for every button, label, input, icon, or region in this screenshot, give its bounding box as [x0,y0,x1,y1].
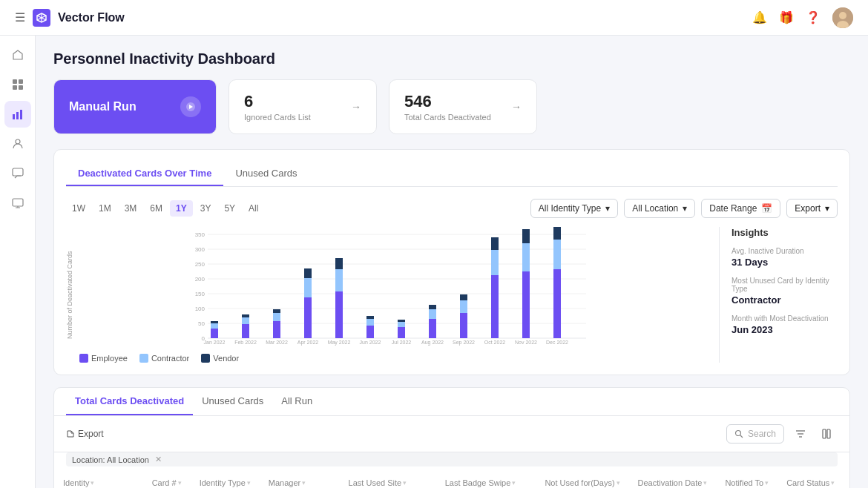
manual-run-card: Manual Run [53,79,217,134]
avatar[interactable] [832,7,853,28]
filter-icon-identity[interactable]: ▾ [91,479,94,487]
svg-text:100: 100 [195,306,206,312]
th-site: Last Used Site ▾ [340,472,436,488]
svg-text:Jan 2022: Jan 2022 [204,340,226,345]
bar-jan-employee [211,329,218,338]
table-tabs: Total Cards Deactivated Unused Cards All… [54,388,849,416]
svg-rect-84 [823,429,826,438]
ignored-arrow-icon: → [351,101,361,113]
help-icon[interactable]: ❓ [806,10,821,24]
topbar-right: 🔔 🎁 ❓ [752,7,853,28]
menu-icon[interactable]: ☰ [15,10,25,24]
chart-insights-row: Number of Deactivated Cards [66,227,838,363]
export-button[interactable]: Export ▾ [786,199,838,218]
time-3y[interactable]: 3Y [194,200,217,217]
legend-vendor: Vendor [201,354,239,363]
bar-chart: 350 300 250 200 150 100 50 0 [79,227,707,346]
svg-rect-59 [429,319,436,338]
svg-text:Apr 2022: Apr 2022 [297,340,319,346]
bell-icon[interactable]: 🔔 [752,10,767,24]
sidebar-item-person[interactable] [4,131,31,157]
data-table: Identity ▾ Card # ▾ Identity Type ▾ Mana… [54,472,849,488]
month-value: Jun 2023 [731,324,838,335]
svg-rect-7 [13,79,17,84]
time-1m[interactable]: 1M [93,200,117,217]
sidebar-item-monitor[interactable] [4,190,31,217]
svg-rect-65 [460,294,467,300]
app-title: Vector Flow [58,11,125,24]
chart-filter-row: 1W 1M 3M 6M 1Y 3Y 5Y All All Identity Ty… [66,199,838,218]
svg-text:150: 150 [195,291,206,297]
filter-icon-idtype[interactable]: ▾ [247,479,251,487]
th-manager: Manager ▾ [260,472,340,488]
manual-run-button[interactable] [180,96,201,117]
svg-rect-11 [13,114,15,119]
svg-rect-40 [273,313,280,321]
avg-label: Avg. Inactive Duration [731,247,838,255]
tab-deactivated-over-time[interactable]: Deactivated Cards Over Time [66,162,223,186]
legend-dot-contractor [139,354,148,363]
time-all[interactable]: All [243,200,264,217]
filter-icon-notused[interactable]: ▾ [617,479,620,487]
columns-icon-btn[interactable] [817,423,838,444]
unused-value: Contractor [731,294,838,306]
table-tab-total[interactable]: Total Cards Deactivated [66,388,193,415]
svg-rect-76 [553,240,561,269]
date-range-filter[interactable]: Date Range 📅 [701,199,780,218]
search-box[interactable]: Search [726,424,784,444]
time-5y[interactable]: 5Y [218,200,241,217]
table-header-row: Identity ▾ Card # ▾ Identity Type ▾ Mana… [54,472,849,488]
sidebar [0,36,36,488]
time-1y[interactable]: 1Y [170,200,193,217]
svg-rect-16 [13,199,23,206]
sidebar-item-chat[interactable] [4,160,31,187]
svg-rect-36 [242,317,249,324]
most-unused-insight: Most Unused Card by Identity Type Contra… [731,277,838,306]
identity-type-label: All Identity Type [539,203,602,214]
filter-icon-notified[interactable]: ▾ [765,479,769,487]
identity-type-filter[interactable]: All Identity Type ▾ [530,199,619,218]
filter-icon-manager[interactable]: ▾ [302,479,306,487]
filter-tag-close[interactable]: ✕ [155,455,162,464]
chart-legend: Employee Contractor Vendor [79,354,707,363]
chart-tabs: Deactivated Cards Over Time Unused Cards [66,162,838,187]
tab-unused-cards[interactable]: Unused Cards [223,162,309,186]
svg-text:Sep 2022: Sep 2022 [453,340,475,346]
total-number: 546 [404,92,491,111]
time-6m[interactable]: 6M [144,200,168,217]
filter-icon-status[interactable]: ▾ [831,479,835,487]
filter-icon-site[interactable]: ▾ [403,479,407,487]
filter-icon-deactdate[interactable]: ▾ [703,479,707,487]
stats-row: Manual Run 6 Ignored Cards List → 546 [53,79,850,134]
table-export-button[interactable]: Export [66,429,104,439]
svg-rect-63 [460,313,467,338]
filter-icon-btn[interactable] [790,423,811,444]
svg-rect-47 [335,291,343,338]
insights-title: Insights [731,227,838,238]
total-count-content: 546 Total Cards Deactivated [404,92,491,122]
svg-rect-68 [491,250,499,275]
svg-rect-75 [553,269,561,338]
time-1w[interactable]: 1W [66,200,91,217]
gift-icon[interactable]: 🎁 [779,10,794,24]
table-tab-allrun[interactable]: All Run [272,388,321,415]
time-3m[interactable]: 3M [119,200,143,217]
chart-section: Deactivated Cards Over Time Unused Cards… [53,149,850,375]
sidebar-item-home[interactable] [4,42,31,68]
svg-text:350: 350 [195,231,206,238]
avg-value: 31 Days [731,257,838,268]
chevron-down-icon-2: ▾ [683,203,687,214]
manual-run-label: Manual Run [69,100,168,113]
filter-icon-card[interactable]: ▾ [178,479,182,487]
filter-icon-swipe[interactable]: ▾ [512,479,516,487]
topbar: ☰ Vector Flow 🔔 🎁 ❓ [0,0,868,36]
location-filter[interactable]: All Location ▾ [624,199,695,218]
sidebar-item-chart[interactable] [4,101,31,128]
total-label: Total Cards Deactivated [404,113,491,122]
month-most-insight: Month with Most Deactivation Jun 2023 [731,314,838,335]
svg-rect-72 [522,243,530,271]
svg-rect-71 [522,271,530,338]
sidebar-item-grid[interactable] [4,71,31,98]
legend-contractor-label: Contractor [151,354,189,363]
table-tab-unused[interactable]: Unused Cards [193,388,272,415]
